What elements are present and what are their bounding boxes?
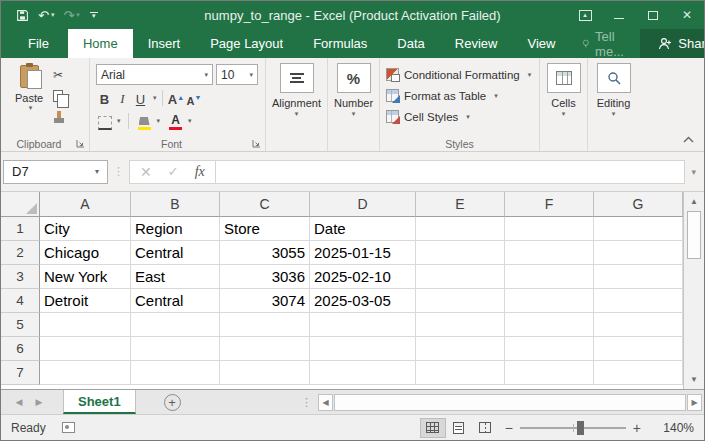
- formula-bar-separator[interactable]: ⋮: [113, 165, 124, 178]
- cell-styles-dropdown-icon[interactable]: ▾: [466, 113, 470, 121]
- formula-input[interactable]: [216, 160, 686, 184]
- cancel-icon[interactable]: ✕: [140, 164, 152, 180]
- vertical-scrollbar[interactable]: ▲ ▼: [683, 192, 704, 389]
- copy-button[interactable]: ▾: [51, 87, 72, 105]
- column-header-D[interactable]: D: [310, 192, 416, 217]
- conditional-formatting-button[interactable]: Conditional Formatting ▾: [386, 66, 535, 83]
- alignment-group[interactable]: Alignment ▾: [265, 58, 327, 151]
- cell-B2[interactable]: Central: [131, 241, 220, 265]
- tab-view[interactable]: View: [512, 29, 570, 58]
- cell-B1[interactable]: Region: [131, 217, 220, 241]
- zoom-level[interactable]: 140%: [648, 421, 694, 435]
- cut-button[interactable]: ✂: [51, 66, 72, 84]
- row-header-1[interactable]: 1: [1, 217, 40, 241]
- font-size-combo[interactable]: 10▾: [216, 64, 258, 85]
- zoom-out-button[interactable]: −: [498, 420, 520, 436]
- format-painter-button[interactable]: [51, 108, 72, 126]
- fill-color-dropdown-icon[interactable]: ▾: [157, 117, 161, 125]
- zoom-in-button[interactable]: +: [626, 420, 648, 436]
- conditional-formatting-dropdown-icon[interactable]: ▾: [528, 71, 532, 79]
- customize-qat-button[interactable]: ▾: [86, 12, 102, 18]
- tab-review[interactable]: Review: [440, 29, 513, 58]
- vertical-scroll-thumb[interactable]: [687, 211, 701, 259]
- normal-view-button[interactable]: [420, 418, 446, 438]
- sheet-tab-sheet1[interactable]: Sheet1: [63, 390, 136, 414]
- cell-G4[interactable]: [594, 289, 683, 313]
- row-header-6[interactable]: 6: [1, 337, 40, 361]
- font-color-dropdown-icon[interactable]: ▾: [188, 117, 192, 125]
- cell-C7[interactable]: [220, 361, 310, 385]
- cell-A7[interactable]: [40, 361, 131, 385]
- cell-A4[interactable]: Detroit: [40, 289, 131, 313]
- page-layout-view-button[interactable]: [446, 418, 472, 438]
- cell-C6[interactable]: [220, 337, 310, 361]
- cell-B4[interactable]: Central: [131, 289, 220, 313]
- add-sheet-button[interactable]: +: [164, 394, 181, 411]
- name-box[interactable]: D7▾: [3, 160, 108, 184]
- cell-G3[interactable]: [594, 265, 683, 289]
- tab-insert[interactable]: Insert: [133, 29, 196, 58]
- cell-A2[interactable]: Chicago: [40, 241, 131, 265]
- column-header-G[interactable]: G: [594, 192, 683, 217]
- cell-D5[interactable]: [310, 313, 416, 337]
- row-header-5[interactable]: 5: [1, 313, 40, 337]
- cell-F7[interactable]: [505, 361, 594, 385]
- cell-F2[interactable]: [505, 241, 594, 265]
- row-header-4[interactable]: 4: [1, 289, 40, 313]
- tab-data[interactable]: Data: [382, 29, 439, 58]
- font-size-dropdown-icon[interactable]: ▾: [249, 71, 253, 79]
- maximize-button[interactable]: [636, 1, 670, 29]
- cell-G5[interactable]: [594, 313, 683, 337]
- save-button[interactable]: [13, 4, 32, 26]
- cell-E5[interactable]: [416, 313, 505, 337]
- h-scroll-left-icon[interactable]: ◀: [318, 394, 333, 411]
- horizontal-scroll-thumb[interactable]: [334, 394, 686, 411]
- tab-page-layout[interactable]: Page Layout: [195, 29, 298, 58]
- tab-file[interactable]: File: [9, 29, 68, 58]
- cell-F6[interactable]: [505, 337, 594, 361]
- column-header-B[interactable]: B: [131, 192, 220, 217]
- cell-F4[interactable]: [505, 289, 594, 313]
- ribbon-display-options-button[interactable]: ▴: [568, 1, 602, 29]
- cell-E3[interactable]: [416, 265, 505, 289]
- select-all-corner[interactable]: [1, 192, 40, 217]
- borders-dropdown-icon[interactable]: ▾: [117, 117, 121, 125]
- cell-B3[interactable]: East: [131, 265, 220, 289]
- bold-button[interactable]: B: [96, 88, 113, 108]
- tell-me-box[interactable]: Tell me...: [570, 29, 640, 58]
- cell-A5[interactable]: [40, 313, 131, 337]
- italic-button[interactable]: I: [114, 88, 131, 108]
- cell-D1[interactable]: Date: [310, 217, 416, 241]
- font-name-dropdown-icon[interactable]: ▾: [204, 71, 208, 79]
- h-scroll-right-icon[interactable]: ▶: [687, 394, 702, 411]
- share-button[interactable]: Share: [640, 29, 705, 58]
- undo-button[interactable]: ↶▾: [35, 4, 57, 26]
- format-as-table-dropdown-icon[interactable]: ▾: [494, 92, 498, 100]
- shrink-font-button[interactable]: A▼: [186, 88, 203, 108]
- cell-D7[interactable]: [310, 361, 416, 385]
- cell-G2[interactable]: [594, 241, 683, 265]
- cell-F1[interactable]: [505, 217, 594, 241]
- tab-home[interactable]: Home: [68, 29, 133, 58]
- cell-styles-button[interactable]: Cell Styles ▾: [386, 108, 535, 125]
- cells-group[interactable]: Cells ▾: [539, 58, 587, 151]
- cell-E7[interactable]: [416, 361, 505, 385]
- cell-B6[interactable]: [131, 337, 220, 361]
- undo-dropdown-icon[interactable]: ▾: [51, 11, 55, 19]
- cell-C1[interactable]: Store: [220, 217, 310, 241]
- borders-button[interactable]: [96, 111, 113, 131]
- font-dialog-launcher[interactable]: [251, 138, 262, 149]
- cell-D2[interactable]: 2025-01-15: [310, 241, 416, 265]
- format-as-table-button[interactable]: Format as Table ▾: [386, 87, 535, 104]
- underline-dropdown-icon[interactable]: ▾: [153, 94, 157, 102]
- cell-D3[interactable]: 2025-02-10: [310, 265, 416, 289]
- paste-button[interactable]: Paste ▾: [7, 62, 51, 135]
- cells-dropdown-icon[interactable]: ▾: [562, 110, 566, 118]
- cell-A1[interactable]: City: [40, 217, 131, 241]
- cell-G7[interactable]: [594, 361, 683, 385]
- underline-button[interactable]: U: [132, 88, 149, 108]
- sheet-nav-right-icon[interactable]: ▶: [29, 390, 49, 414]
- cell-E2[interactable]: [416, 241, 505, 265]
- close-button[interactable]: ✕: [670, 1, 704, 29]
- editing-group[interactable]: Editing ▾: [587, 58, 639, 151]
